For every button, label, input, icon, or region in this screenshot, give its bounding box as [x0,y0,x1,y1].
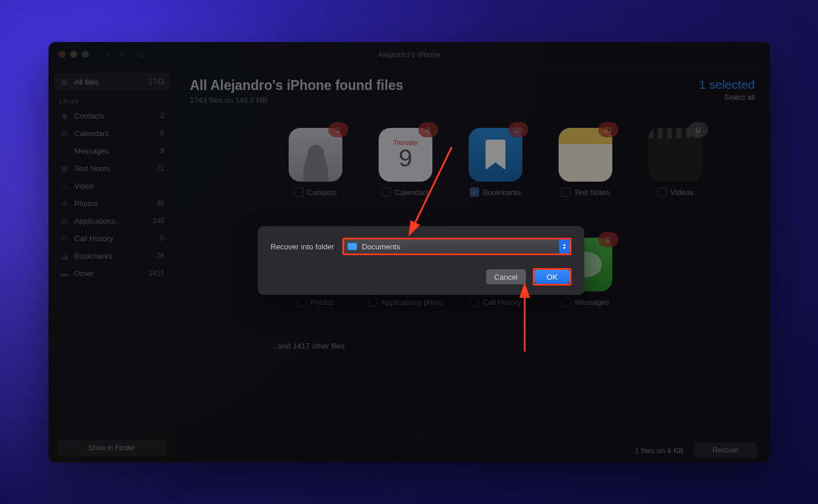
cancel-button[interactable]: Cancel [486,269,526,284]
recover-dialog-label: Recover into folder [271,242,334,251]
recover-folder-value: Documents [362,242,400,251]
recover-dialog: Recover into folder Documents ▲▼ Cancel … [258,226,584,295]
annotation-highlight-folder: Documents ▲▼ [342,238,571,255]
recover-folder-select[interactable]: Documents ▲▼ [344,239,570,253]
folder-icon [348,243,357,250]
app-window: ‹ › ⌂ Alejandro's iPhone ▣ All files 174… [48,42,770,463]
annotation-highlight-ok: OK [533,268,571,286]
chevron-updown-icon: ▲▼ [559,239,570,253]
ok-button[interactable]: OK [535,270,570,284]
